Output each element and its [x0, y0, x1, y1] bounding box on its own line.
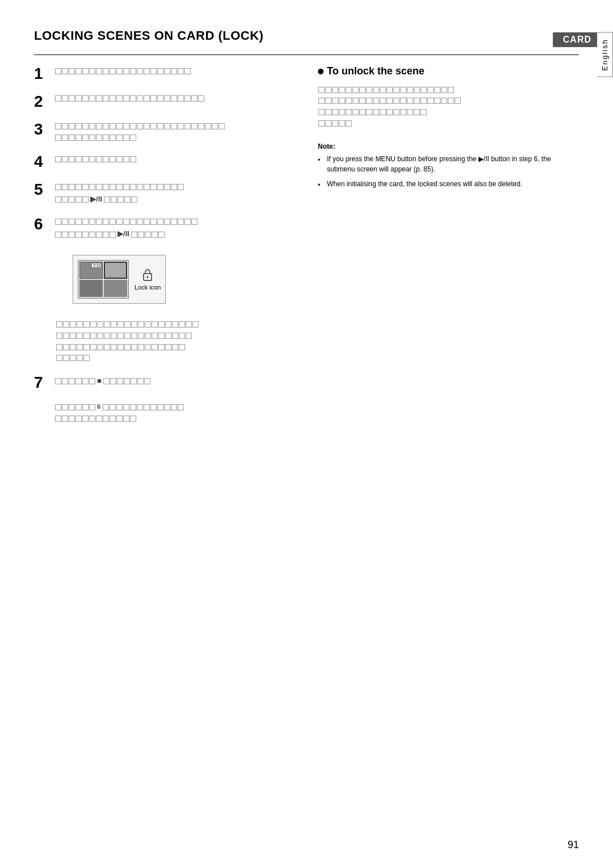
thumb-4 [104, 280, 127, 297]
step-3-number: 3 [34, 121, 50, 139]
step7-stop-symbol: ■ [97, 376, 102, 385]
step-4-text [54, 153, 295, 165]
counter-display: 7/19 [91, 263, 102, 268]
step-6-continuation [56, 318, 199, 363]
lock-diagram: 7/19 [73, 255, 166, 304]
thumb-2-selected [104, 262, 127, 279]
step-7-content: ■ 6 [54, 374, 295, 424]
thumb-1: 7/19 [79, 262, 103, 279]
step-6-number: 6 [34, 216, 50, 233]
step-7-subtext: 6 [54, 401, 295, 424]
unlock-heading-text: To unlock the scene [327, 65, 425, 77]
bullet-dot-icon [318, 69, 324, 74]
note-item-1: • If you press the MENU button before pr… [318, 154, 579, 174]
lock-diagram-area: 7/19 [56, 249, 166, 309]
step-6-content: ▶/II [54, 216, 198, 240]
unlock-jp-text [318, 84, 579, 129]
step-1-number: 1 [34, 65, 50, 83]
note-2-bullet: • [318, 180, 324, 190]
step6-play-pause-symbol: ▶/II [117, 229, 129, 238]
step-5-number: 5 [34, 181, 50, 199]
step-5-text: ▶/II [54, 181, 295, 206]
note-title: Note: [318, 142, 579, 150]
step-4-content [54, 153, 295, 165]
step-7: 7 ■ 6 [34, 374, 295, 424]
note-item-2: • When initialising the card, the locked… [318, 179, 579, 190]
lock-icon-label: Lock icon [135, 284, 161, 291]
page-number: 91 [568, 839, 579, 851]
unlock-heading: To unlock the scene [318, 65, 579, 77]
main-content: 1 2 3 [34, 65, 579, 434]
note-1-text: If you press the MENU button before pres… [327, 154, 579, 174]
page-title: LOCKING SCENES ON CARD (LOCK) [34, 28, 579, 43]
step-2-number: 2 [34, 93, 50, 111]
step-2-text [54, 93, 295, 104]
left-column: 1 2 3 [34, 65, 295, 434]
note-2-text: When initialising the card, the locked s… [327, 179, 522, 189]
note-section: Note: • If you press the MENU button bef… [318, 142, 579, 190]
svg-point-1 [147, 276, 149, 278]
step5-play-pause-symbol: ▶/II [90, 195, 102, 203]
step7-ref: 6 [97, 403, 100, 410]
note-1-bullet: • [318, 155, 324, 165]
step-4-number: 4 [34, 153, 50, 171]
step-3-text [54, 121, 295, 144]
step-3: 3 [34, 121, 295, 144]
step-2-content [54, 93, 295, 104]
right-column: To unlock the scene Note: [318, 65, 579, 434]
step-6-text: ▶/II [54, 216, 198, 240]
step-1-content [54, 65, 295, 77]
step-1: 1 [34, 65, 295, 83]
step-7-text: ■ [54, 374, 295, 387]
step-7-number: 7 [34, 374, 50, 392]
step-5: 5 ▶/II [34, 181, 295, 206]
step-6-cont-text [56, 318, 199, 363]
unlock-description [318, 84, 579, 129]
step-6: 6 ▶/II [34, 216, 295, 363]
step-2: 2 [34, 93, 295, 111]
step-5-content: ▶/II [54, 181, 295, 206]
lock-icon-group: Lock icon [135, 268, 161, 291]
diagram-inner: 7/19 [78, 260, 161, 299]
step-1-text [54, 65, 295, 77]
step-4: 4 [34, 153, 295, 171]
title-divider [34, 54, 579, 55]
lock-icon [142, 268, 153, 282]
step-3-content [54, 121, 295, 144]
thumb-3 [79, 280, 103, 297]
